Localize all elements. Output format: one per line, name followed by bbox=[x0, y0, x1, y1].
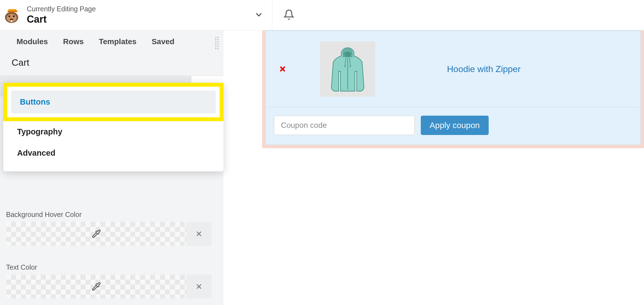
close-icon bbox=[195, 282, 203, 291]
remove-item-button[interactable] bbox=[278, 65, 287, 73]
bg-hover-color-label: Background Hover Color bbox=[6, 211, 214, 219]
apply-coupon-button[interactable]: Apply coupon bbox=[421, 116, 489, 135]
hoodie-icon bbox=[324, 44, 371, 94]
svg-rect-7 bbox=[11, 20, 12, 22]
coupon-input[interactable] bbox=[274, 116, 415, 135]
header-left-section: Currently Editing Page Cart bbox=[0, 0, 272, 30]
header-right-section bbox=[272, 9, 305, 21]
editing-title: Cart bbox=[27, 14, 254, 25]
top-header: Currently Editing Page Cart bbox=[0, 0, 644, 30]
svg-point-20 bbox=[350, 66, 351, 67]
beaver-logo-icon bbox=[3, 7, 20, 23]
text-color-swatch bbox=[6, 275, 214, 298]
clear-color-button[interactable] bbox=[186, 275, 212, 298]
highlight-box: Buttons bbox=[3, 83, 223, 121]
product-link[interactable]: Hoodie with Zipper bbox=[447, 64, 521, 74]
coupon-row: Apply coupon bbox=[266, 107, 640, 145]
product-thumbnail[interactable] bbox=[320, 41, 375, 97]
editing-subtitle: Currently Editing Page bbox=[27, 5, 254, 13]
tab-rows[interactable]: Rows bbox=[63, 37, 84, 46]
dropdown-item-buttons[interactable]: Buttons bbox=[11, 91, 216, 113]
svg-rect-8 bbox=[12, 20, 12, 22]
dropdown-item-typography[interactable]: Typography bbox=[14, 121, 213, 142]
bg-hover-color-swatch bbox=[6, 222, 214, 246]
text-color-label: Text Color bbox=[6, 263, 214, 271]
tab-templates[interactable]: Templates bbox=[99, 37, 136, 46]
drag-handle-icon[interactable] bbox=[215, 37, 219, 49]
svg-point-15 bbox=[344, 51, 351, 57]
close-icon bbox=[195, 230, 203, 238]
preview-inner: Hoodie with Zipper Apply coupon bbox=[265, 30, 641, 145]
eyedropper-icon bbox=[92, 282, 101, 291]
eyedropper-icon bbox=[92, 229, 101, 238]
svg-rect-3 bbox=[7, 11, 17, 12]
tab-modules[interactable]: Modules bbox=[17, 37, 48, 46]
clear-color-button[interactable] bbox=[186, 222, 212, 246]
editing-info: Currently Editing Page Cart bbox=[27, 5, 254, 25]
section-heading: Cart bbox=[0, 53, 223, 76]
svg-point-4 bbox=[9, 15, 10, 17]
cart-product-row: Hoodie with Zipper bbox=[266, 31, 640, 107]
svg-point-5 bbox=[13, 15, 15, 17]
color-picker-button[interactable] bbox=[6, 275, 186, 298]
preview-area: Hoodie with Zipper Apply coupon bbox=[262, 30, 644, 148]
svg-point-19 bbox=[344, 66, 346, 67]
tab-saved[interactable]: Saved bbox=[152, 37, 175, 46]
dropdown-menu: Buttons Typography Advanced bbox=[3, 83, 223, 171]
modules-tabs-row: Modules Rows Templates Saved bbox=[0, 30, 223, 53]
color-picker-button[interactable] bbox=[6, 222, 186, 246]
chevron-down-icon[interactable] bbox=[254, 10, 264, 21]
bell-icon[interactable] bbox=[283, 9, 294, 21]
preview-outer-border: Hoodie with Zipper Apply coupon bbox=[262, 30, 644, 148]
close-icon bbox=[278, 65, 287, 73]
dropdown-item-advanced[interactable]: Advanced bbox=[14, 142, 213, 164]
